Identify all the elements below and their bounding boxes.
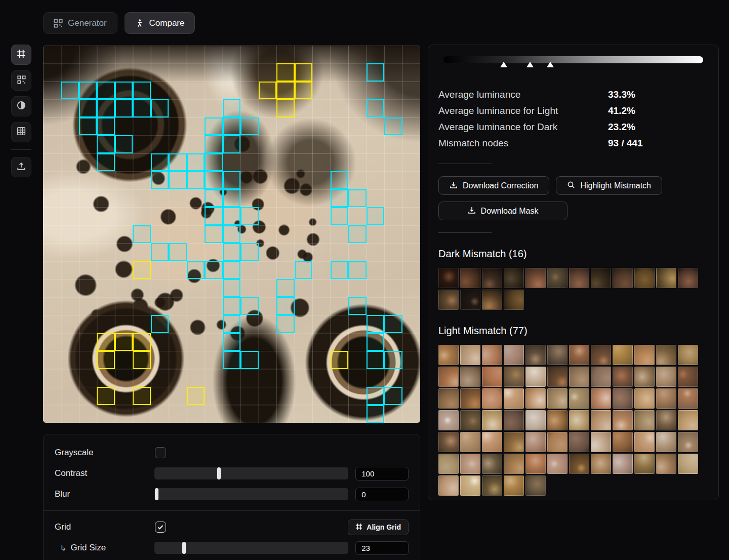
- light-mismatch-cell[interactable]: [97, 153, 114, 171]
- light-mismatch-thumb[interactable]: [438, 345, 459, 365]
- light-mismatch-cell[interactable]: [133, 225, 150, 243]
- light-mismatch-cell[interactable]: [205, 225, 222, 243]
- compare-tab-button[interactable]: Compare: [125, 12, 195, 34]
- light-mismatch-cell[interactable]: [97, 135, 114, 153]
- light-mismatch-thumb[interactable]: [613, 432, 633, 452]
- light-mismatch-thumb[interactable]: [634, 367, 655, 387]
- light-mismatch-thumb[interactable]: [656, 345, 676, 365]
- light-mismatch-thumb[interactable]: [438, 432, 459, 452]
- light-mismatch-thumb[interactable]: [504, 454, 524, 474]
- light-mismatch-thumb[interactable]: [504, 388, 524, 409]
- dark-mismatch-thumb[interactable]: [656, 268, 676, 288]
- light-mismatch-thumb[interactable]: [634, 388, 655, 409]
- light-mismatch-thumb[interactable]: [613, 367, 633, 387]
- dark-mismatch-thumb[interactable]: [482, 290, 502, 310]
- light-mismatch-thumb[interactable]: [634, 410, 655, 430]
- light-mismatch-thumb[interactable]: [656, 454, 676, 474]
- light-mismatch-thumb[interactable]: [591, 388, 611, 409]
- qr-tool-button[interactable]: [11, 70, 31, 91]
- light-mismatch-thumb[interactable]: [591, 432, 611, 452]
- luminance-gradient-bar[interactable]: [443, 56, 703, 71]
- light-mismatch-cell[interactable]: [223, 117, 240, 135]
- light-mismatch-thumb[interactable]: [482, 410, 502, 430]
- light-mismatch-cell[interactable]: [276, 279, 294, 297]
- light-mismatch-cell[interactable]: [367, 63, 384, 81]
- light-mismatch-cell[interactable]: [187, 261, 205, 279]
- light-mismatch-thumb[interactable]: [634, 345, 655, 365]
- light-mismatch-cell[interactable]: [223, 99, 240, 117]
- light-mismatch-thumb[interactable]: [525, 367, 546, 387]
- light-mismatch-thumb[interactable]: [438, 475, 459, 496]
- light-mismatch-cell[interactable]: [115, 135, 133, 153]
- dark-mismatch-cell[interactable]: [133, 261, 150, 279]
- luminance-marker[interactable]: [547, 62, 554, 67]
- light-mismatch-cell[interactable]: [97, 82, 114, 99]
- light-mismatch-cell[interactable]: [151, 171, 169, 189]
- dark-mismatch-cell[interactable]: [276, 99, 294, 117]
- dark-mismatch-thumb[interactable]: [482, 268, 502, 288]
- dark-mismatch-thumb[interactable]: [634, 268, 655, 288]
- blur-slider[interactable]: [154, 488, 348, 500]
- light-mismatch-cell[interactable]: [169, 171, 186, 189]
- light-mismatch-thumb[interactable]: [656, 410, 676, 430]
- dark-mismatch-thumb[interactable]: [613, 268, 633, 288]
- contrast-slider[interactable]: [154, 467, 348, 479]
- light-mismatch-thumb[interactable]: [613, 454, 633, 474]
- light-mismatch-cell[interactable]: [367, 351, 384, 369]
- light-mismatch-cell[interactable]: [331, 207, 348, 225]
- light-mismatch-cell[interactable]: [205, 261, 222, 279]
- dark-mismatch-thumb[interactable]: [460, 290, 480, 310]
- light-mismatch-cell[interactable]: [223, 297, 240, 315]
- luminance-marker[interactable]: [526, 62, 534, 67]
- light-mismatch-thumb[interactable]: [525, 475, 546, 496]
- light-mismatch-thumb[interactable]: [656, 367, 676, 387]
- light-mismatch-cell[interactable]: [367, 333, 384, 351]
- light-mismatch-thumb[interactable]: [504, 367, 524, 387]
- dark-mismatch-cell[interactable]: [115, 333, 133, 351]
- contrast-tool-button[interactable]: [11, 96, 31, 116]
- light-mismatch-cell[interactable]: [348, 261, 366, 279]
- light-mismatch-cell[interactable]: [115, 99, 133, 117]
- grid-checkbox[interactable]: [155, 522, 166, 533]
- light-mismatch-cell[interactable]: [367, 99, 384, 117]
- light-mismatch-thumb[interactable]: [569, 454, 589, 474]
- light-mismatch-thumb[interactable]: [547, 454, 568, 474]
- light-mismatch-cell[interactable]: [79, 117, 97, 135]
- generator-tab-button[interactable]: Generator: [43, 12, 117, 34]
- dark-mismatch-cell[interactable]: [133, 351, 150, 369]
- light-mismatch-cell[interactable]: [223, 207, 240, 225]
- light-mismatch-thumb[interactable]: [569, 345, 589, 365]
- light-mismatch-cell[interactable]: [331, 189, 348, 207]
- light-mismatch-cell[interactable]: [223, 171, 240, 189]
- light-mismatch-thumb[interactable]: [613, 410, 633, 430]
- light-mismatch-cell[interactable]: [295, 261, 312, 279]
- light-mismatch-thumb[interactable]: [504, 475, 524, 496]
- light-mismatch-cell[interactable]: [79, 99, 97, 117]
- light-mismatch-thumb[interactable]: [460, 367, 480, 387]
- frame-tool-button[interactable]: [11, 45, 31, 65]
- light-mismatch-thumb[interactable]: [591, 367, 611, 387]
- light-mismatch-cell[interactable]: [205, 153, 222, 171]
- align-grid-button[interactable]: Align Grid: [348, 519, 409, 535]
- image-canvas[interactable]: [43, 46, 420, 423]
- light-mismatch-cell[interactable]: [367, 315, 384, 333]
- light-mismatch-cell[interactable]: [367, 387, 384, 405]
- dark-mismatch-thumb[interactable]: [460, 268, 480, 288]
- light-mismatch-cell[interactable]: [223, 279, 240, 297]
- light-mismatch-thumb[interactable]: [482, 454, 502, 474]
- light-mismatch-thumb[interactable]: [460, 454, 480, 474]
- light-mismatch-thumb[interactable]: [482, 475, 502, 496]
- dark-mismatch-cell[interactable]: [276, 82, 294, 99]
- light-mismatch-cell[interactable]: [384, 387, 402, 405]
- light-mismatch-thumb[interactable]: [525, 454, 546, 474]
- light-mismatch-cell[interactable]: [223, 315, 240, 333]
- light-mismatch-thumb[interactable]: [525, 345, 546, 365]
- light-mismatch-thumb[interactable]: [547, 367, 568, 387]
- light-mismatch-thumb[interactable]: [678, 432, 698, 452]
- light-mismatch-cell[interactable]: [133, 82, 150, 99]
- grayscale-checkbox[interactable]: [155, 447, 166, 458]
- light-mismatch-thumb[interactable]: [438, 410, 459, 430]
- light-mismatch-cell[interactable]: [348, 225, 366, 243]
- grid-size-value-input[interactable]: 23: [355, 541, 409, 555]
- dark-mismatch-cell[interactable]: [97, 333, 114, 351]
